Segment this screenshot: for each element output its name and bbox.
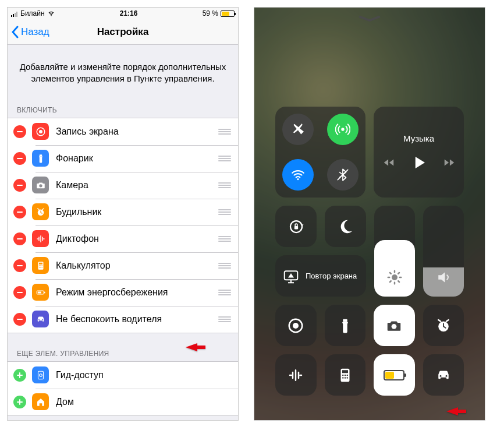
- remove-button[interactable]: [13, 313, 26, 326]
- control-label: Гид-доступ: [56, 370, 231, 380]
- svg-point-32: [392, 323, 397, 329]
- clock: 21:16: [120, 9, 138, 17]
- forward-button[interactable]: [443, 156, 456, 169]
- back-button[interactable]: Назад: [8, 26, 49, 38]
- wifi-icon: [290, 167, 306, 182]
- svg-point-40: [345, 377, 346, 379]
- control-label: Дом: [56, 397, 231, 407]
- remove-button[interactable]: [13, 206, 26, 218]
- control-center-screen: Музыка Повтор экрана: [254, 7, 485, 421]
- control-row-alarm: Будильник: [8, 199, 238, 225]
- screen-record-button[interactable]: [275, 305, 317, 346]
- instruction-text: Добавляйте и изменяйте порядок дополните…: [8, 45, 238, 103]
- flashlight-icon: [336, 317, 354, 334]
- camera-icon: [385, 317, 403, 334]
- svg-point-42: [439, 375, 441, 376]
- mirror-label: Повтор экрана: [306, 272, 357, 280]
- control-row-record: Запись экрана: [8, 118, 238, 145]
- battery-icon: [384, 370, 404, 380]
- cellular-toggle[interactable]: [327, 114, 359, 145]
- alarm-icon: [435, 317, 452, 334]
- calculator-button[interactable]: [325, 354, 366, 396]
- svg-rect-35: [342, 370, 348, 373]
- remove-button[interactable]: [13, 125, 26, 138]
- speaker-icon: [435, 269, 452, 286]
- control-label: Будильник: [56, 207, 218, 217]
- reorder-handle[interactable]: [218, 316, 231, 322]
- wifi-toggle[interactable]: [282, 159, 314, 191]
- remove-button[interactable]: [13, 179, 26, 192]
- volume-slider[interactable]: [423, 206, 464, 297]
- reorder-handle[interactable]: [218, 290, 231, 295]
- reorder-handle[interactable]: [218, 209, 231, 215]
- signal-icon: [11, 10, 18, 17]
- nav-bar: Назад Настройка: [8, 19, 238, 45]
- reorder-handle[interactable]: [218, 156, 231, 161]
- back-label: Назад: [21, 26, 49, 38]
- battery-pct: 59 %: [203, 9, 218, 17]
- svg-point-31: [51, 15, 52, 16]
- reorder-handle[interactable]: [218, 236, 231, 242]
- calculator-icon: [32, 257, 49, 274]
- control-row-home: Дом: [8, 389, 238, 415]
- low-power-button[interactable]: [374, 354, 415, 396]
- add-button[interactable]: [13, 396, 26, 408]
- play-button[interactable]: [410, 154, 428, 171]
- camera-button[interactable]: [374, 305, 415, 346]
- control-label: Камера: [56, 180, 218, 191]
- waveform-icon: [32, 230, 49, 247]
- flashlight-button[interactable]: [325, 305, 366, 346]
- sun-icon: [386, 269, 403, 286]
- svg-point-37: [345, 374, 346, 376]
- reorder-handle[interactable]: [218, 182, 231, 188]
- annotation-arrow-right: [446, 404, 466, 419]
- orientation-lock-button[interactable]: [275, 206, 317, 247]
- remove-button[interactable]: [13, 152, 26, 165]
- record-icon: [32, 123, 49, 140]
- driving-dnd-button[interactable]: [423, 354, 464, 396]
- carrier-label: Билайн: [20, 9, 45, 17]
- grabber-icon[interactable]: [359, 13, 380, 24]
- moon-icon: [337, 218, 354, 235]
- do-not-disturb-button[interactable]: [325, 206, 366, 247]
- control-label: Режим энергосбережения: [56, 287, 218, 298]
- add-button[interactable]: [13, 369, 26, 382]
- battery-icon: [221, 10, 235, 17]
- control-row-waveform: Диктофон: [8, 225, 238, 252]
- bluetooth-off-icon: [335, 167, 350, 182]
- remove-button[interactable]: [13, 286, 26, 299]
- control-row-camera: Камера: [8, 172, 238, 199]
- control-row-car: Не беспокоить водителя: [8, 306, 238, 333]
- more-list: Гид-доступДом: [8, 361, 238, 416]
- calculator-icon: [336, 366, 354, 384]
- control-label: Фонарик: [56, 153, 218, 164]
- orientation-lock-icon: [288, 218, 305, 235]
- music-tile[interactable]: Музыка: [374, 107, 464, 198]
- camera-icon: [32, 177, 49, 193]
- brightness-slider[interactable]: [374, 206, 415, 297]
- record-icon: [287, 317, 304, 334]
- wifi-icon: [47, 10, 55, 17]
- control-label: Не беспокоить водителя: [56, 314, 218, 325]
- flashlight-icon: [32, 150, 49, 167]
- reorder-handle[interactable]: [218, 263, 231, 269]
- bluetooth-toggle[interactable]: [327, 159, 359, 191]
- section-header-included: ВКЛЮЧИТЬ: [8, 103, 238, 118]
- waveform-icon: [287, 366, 304, 384]
- guided-icon: [32, 366, 49, 383]
- svg-point-41: [346, 377, 348, 379]
- screen-mirroring-button[interactable]: Повтор экрана: [275, 255, 366, 297]
- reorder-handle[interactable]: [218, 129, 231, 135]
- remove-button[interactable]: [13, 232, 26, 245]
- mirror-icon: [282, 267, 300, 285]
- included-list: Запись экранаФонарикКамераБудильникДикто…: [8, 118, 238, 333]
- alarm-button[interactable]: [423, 305, 464, 346]
- music-label: Музыка: [403, 133, 434, 143]
- voice-memo-button[interactable]: [275, 354, 317, 396]
- remove-button[interactable]: [13, 259, 26, 272]
- rewind-button[interactable]: [382, 156, 395, 169]
- control-row-flashlight: Фонарик: [8, 145, 238, 172]
- airplane-toggle[interactable]: [282, 114, 314, 145]
- battery-icon: [32, 284, 49, 301]
- connectivity-tile[interactable]: [275, 107, 365, 198]
